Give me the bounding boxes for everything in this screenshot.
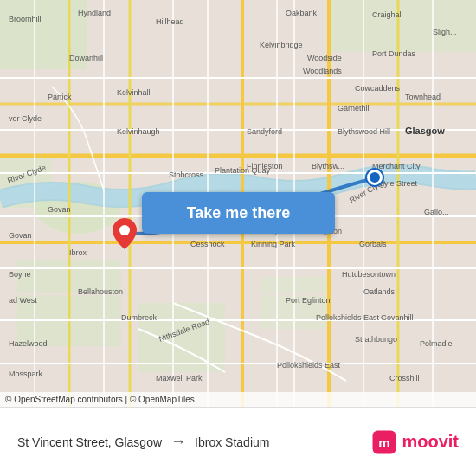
svg-text:Pollokshields East: Pollokshields East: [277, 361, 341, 370]
svg-text:Garnethill: Garnethill: [338, 104, 371, 113]
svg-text:Port Eglinton: Port Eglinton: [286, 296, 331, 305]
svg-text:Townhead: Townhead: [405, 93, 441, 101]
svg-text:Partick: Partick: [48, 93, 72, 101]
svg-text:Dowanhill: Dowanhill: [69, 54, 103, 62]
svg-text:Woodside: Woodside: [307, 54, 342, 62]
route-arrow: →: [170, 433, 186, 451]
svg-text:Stobcross: Stobcross: [169, 170, 204, 179]
svg-rect-2: [329, 0, 476, 52]
svg-text:Craighall: Craighall: [372, 10, 403, 19]
svg-text:Glasgow: Glasgow: [405, 125, 445, 136]
svg-text:Dumbreck: Dumbreck: [121, 313, 158, 322]
svg-text:Crosshill: Crosshill: [389, 374, 420, 383]
svg-text:Gallo...: Gallo...: [424, 208, 449, 216]
origin-label: St Vincent Street, Glasgow: [17, 435, 162, 449]
svg-text:Boyne: Boyne: [9, 270, 31, 279]
svg-text:Ibrox: Ibrox: [69, 248, 87, 257]
svg-text:ver Clyde: ver Clyde: [9, 114, 42, 123]
take-me-there-button[interactable]: Take me there: [142, 192, 335, 234]
svg-text:Hyndland: Hyndland: [78, 9, 111, 17]
origin-dot: [367, 170, 383, 185]
svg-text:Merchant City: Merchant City: [372, 162, 421, 170]
map-attribution: © OpenStreetMap contributors | © OpenMap…: [0, 392, 476, 407]
moovit-logo: m moovit: [371, 429, 459, 455]
svg-text:Pollokshields East: Pollokshields East: [316, 313, 380, 322]
svg-text:Blythsw...: Blythsw...: [312, 162, 344, 170]
svg-text:Finnieston: Finnieston: [247, 162, 283, 170]
svg-text:Woodlands: Woodlands: [303, 67, 342, 75]
svg-text:Oakbank: Oakbank: [286, 9, 318, 17]
moovit-brand-text: moovit: [402, 432, 459, 452]
svg-text:Bellahouston: Bellahouston: [78, 287, 123, 296]
svg-text:Kelvinbridge: Kelvinbridge: [260, 41, 303, 49]
svg-text:Maxwell Park: Maxwell Park: [156, 374, 203, 383]
svg-text:Sligh...: Sligh...: [433, 28, 457, 36]
bottom-bar: St Vincent Street, Glasgow → Ibrox Stadi…: [0, 407, 476, 476]
svg-text:m: m: [379, 435, 390, 450]
svg-text:Cowcaddens: Cowcaddens: [355, 84, 401, 93]
svg-text:Cessnock: Cessnock: [190, 240, 225, 248]
svg-text:Hazelwood: Hazelwood: [9, 339, 48, 348]
svg-text:Hillhead: Hillhead: [156, 17, 184, 26]
svg-text:Govan: Govan: [48, 205, 71, 214]
svg-text:Port Dundas: Port Dundas: [372, 49, 416, 58]
svg-text:Blythswood Hill: Blythswood Hill: [338, 127, 390, 136]
svg-text:Hutcbesontown: Hutcbesontown: [342, 270, 396, 279]
destination-pin: [113, 218, 137, 249]
svg-text:Broomhill: Broomhill: [9, 15, 42, 23]
destination-label: Ibrox Stadium: [195, 435, 269, 449]
svg-text:Strathbungo: Strathbungo: [355, 335, 397, 344]
svg-text:Govanhill: Govanhill: [381, 313, 414, 322]
svg-text:Oatlands: Oatlands: [363, 287, 396, 296]
svg-text:Govan: Govan: [9, 231, 32, 240]
map-container: Broomhill Hyndland Hillhead Oakbank Crai…: [0, 0, 476, 407]
svg-text:Sandyford: Sandyford: [247, 127, 282, 136]
svg-text:Mosspark: Mosspark: [9, 370, 43, 378]
svg-point-87: [119, 225, 130, 235]
svg-text:Kelvinhall: Kelvinhall: [117, 88, 151, 97]
svg-text:ad West: ad West: [9, 296, 37, 305]
svg-text:Polmadie: Polmadie: [420, 339, 453, 348]
svg-text:Kelvinhaugh: Kelvinhaugh: [117, 127, 160, 136]
svg-text:Gorbals: Gorbals: [359, 240, 387, 248]
route-info: St Vincent Street, Glasgow → Ibrox Stadi…: [17, 433, 371, 451]
svg-text:Kinning Park: Kinning Park: [251, 240, 296, 248]
